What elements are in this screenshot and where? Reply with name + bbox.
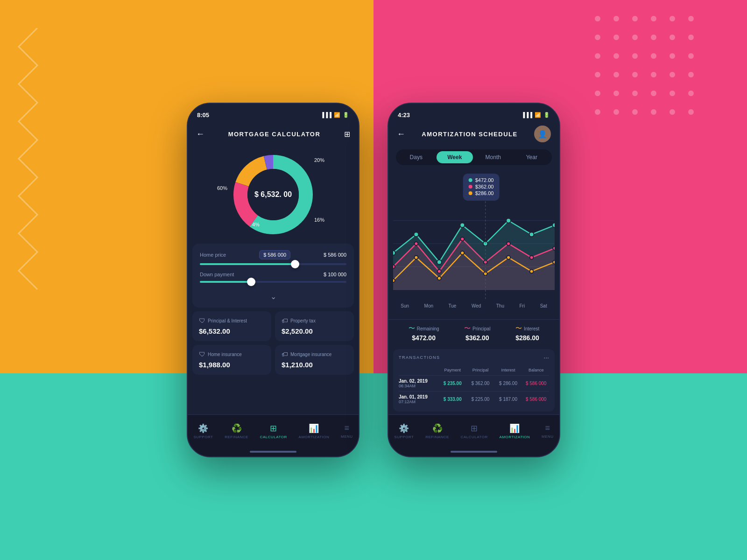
nav-menu-2[interactable]: ≡ MENU — [542, 423, 554, 439]
wifi-icon-1: 📶 — [334, 112, 340, 118]
x-label-sun: Sun — [401, 303, 409, 308]
svg-point-70 — [553, 260, 555, 264]
tx-date-2: Jan. 01, 2019 07:12AM — [399, 394, 437, 404]
nav-refinance-2[interactable]: ♻️ REFINANCE — [425, 423, 449, 439]
transactions-header: TRANSACTIONS ··· — [399, 354, 549, 361]
metric-remaining-label-row: 〜 Remaining — [409, 324, 439, 333]
battery-icon-1: 🔋 — [343, 112, 349, 118]
phone-amortization: 4:23 ▐▐▐ 📶 🔋 ← AMORTIZATION SCHEDULE 👤 D… — [388, 103, 560, 457]
metrics-row: 〜 Remaining $472.00 〜 Principal $362.00 … — [388, 319, 559, 346]
status-time-2: 4:23 — [398, 112, 410, 119]
period-tabs: Days Week Month Year — [396, 149, 552, 165]
tooltip-val-1: $472.00 — [475, 177, 494, 183]
svg-point-58 — [460, 237, 464, 241]
battery-icon-2: 🔋 — [543, 112, 550, 118]
svg-point-57 — [437, 269, 441, 273]
metric-remaining: 〜 Remaining $472.00 — [409, 324, 439, 342]
tab-days[interactable]: Days — [398, 151, 435, 163]
stat-card-title-tax: 🏷 Property tax — [282, 317, 347, 324]
remaining-label: Remaining — [417, 326, 439, 331]
signal-icon-1: ▐▐▐ — [321, 112, 331, 118]
page-title-2: AMORTIZATION SCHEDULE — [422, 131, 517, 138]
tx-row-1: Jan. 02, 2019 06:34AM $ 235.00 $ 362.00 … — [399, 376, 549, 392]
interest-value: $286.00 — [515, 334, 539, 342]
svg-point-56 — [414, 242, 418, 245]
principal-metric-label: Principal — [472, 326, 490, 331]
amortization-label-1: AMORTIZATION — [299, 435, 330, 439]
slider-fill-home — [200, 263, 295, 265]
mort-ins-value: $1,210.00 — [282, 361, 313, 369]
svg-point-52 — [529, 232, 534, 237]
svg-point-64 — [414, 256, 418, 259]
tab-month[interactable]: Month — [475, 151, 512, 163]
back-button-1[interactable]: ← — [196, 129, 204, 139]
slider-thumb-home[interactable] — [291, 260, 299, 268]
home-price-slider[interactable] — [200, 263, 346, 265]
metric-interest-label-row: 〜 Interest — [515, 324, 539, 333]
phone1-content: $ 6,532. 00 20% 60% 16% 4% Home price $ … — [188, 146, 359, 414]
principal-metric-value: $362.00 — [465, 334, 489, 342]
home-bar-2 — [451, 451, 497, 453]
tx-date-1: Jan. 02, 2019 06:34AM — [399, 378, 437, 388]
svg-point-47 — [414, 232, 418, 237]
x-label-thu: Thu — [496, 303, 504, 308]
refinance-icon-2: ♻️ — [432, 423, 443, 434]
down-payment-slider[interactable] — [200, 281, 346, 283]
nav-calculator-1[interactable]: ⊞ CALCULATOR — [260, 423, 287, 439]
nav-support-2[interactable]: ⚙️ SUPPORT — [394, 423, 414, 439]
nav-support-1[interactable]: ⚙️ SUPPORT — [193, 423, 213, 439]
tax-icon: 🏷 — [282, 317, 288, 324]
nav-calculator-2[interactable]: ⊞ CALCULATOR — [461, 423, 488, 439]
svg-point-48 — [437, 260, 442, 265]
tax-value: $2,520.00 — [282, 327, 313, 335]
amortization-icon-1: 📊 — [309, 423, 319, 434]
tx-col-payment: Payment — [439, 368, 465, 372]
back-button-2[interactable]: ← — [397, 129, 405, 139]
transactions-section: TRANSACTIONS ··· Payment Principal Inter… — [393, 349, 555, 412]
bottom-nav-1: ⚙️ SUPPORT ♻️ REFINANCE ⊞ CALCULATOR 📊 A… — [188, 414, 359, 447]
slider-thumb-down[interactable] — [247, 278, 255, 286]
nav-menu-1[interactable]: ≡ MENU — [341, 423, 353, 439]
tx-header-row: Payment Principal Interest Balance — [399, 365, 549, 376]
svg-point-49 — [460, 223, 465, 228]
mort-ins-label: Mortgage insurance — [290, 352, 331, 357]
tx-interest-1: $ 286.00 — [495, 381, 521, 386]
transactions-menu[interactable]: ··· — [543, 354, 549, 361]
metric-interest: 〜 Interest $286.00 — [515, 324, 539, 342]
svg-point-53 — [552, 223, 555, 228]
amortization-label-2: AMORTIZATION — [500, 435, 530, 439]
tx-col-balance: Balance — [523, 368, 549, 372]
amortization-icon-2: 📊 — [509, 423, 520, 434]
tooltip-dot-teal — [469, 178, 472, 182]
nav-refinance-1[interactable]: ♻️ REFINANCE — [225, 423, 248, 439]
label-4pct: 4% — [252, 222, 260, 227]
nav-bar-1: ← MORTGAGE CALCULATOR ⊞ — [188, 122, 359, 146]
avatar[interactable]: 👤 — [534, 126, 551, 142]
svg-point-63 — [393, 279, 395, 282]
nav-amortization-1[interactable]: 📊 AMORTIZATION — [299, 423, 330, 439]
interest-pulse-icon: 〜 — [515, 324, 522, 333]
filter-icon-1[interactable]: ⊞ — [344, 130, 350, 139]
home-price-badge[interactable]: $ 586 000 — [259, 250, 290, 259]
spacer-1 — [188, 378, 359, 414]
refinance-label-2: REFINANCE — [425, 435, 449, 439]
menu-label-2: MENU — [542, 434, 554, 439]
expand-chevron[interactable]: ⌄ — [200, 289, 346, 301]
tab-week[interactable]: Week — [437, 151, 473, 163]
svg-point-51 — [506, 218, 511, 223]
principal-value: $6,532.00 — [199, 327, 230, 335]
wifi-icon-2: 📶 — [535, 112, 541, 118]
tooltip-row-3: $286.00 — [469, 190, 494, 196]
tx-principal-1: $ 362.00 — [467, 381, 493, 386]
stat-card-title-home-ins: 🛡 Home insurance — [199, 350, 265, 358]
x-label-fri: Fri — [520, 303, 525, 308]
tooltip-row-2: $362.00 — [469, 184, 494, 189]
chart-tooltip: $472.00 $362.00 $286.00 — [463, 174, 500, 201]
home-price-label: Home price — [200, 252, 226, 258]
x-label-mon: Mon — [424, 303, 433, 308]
tab-year[interactable]: Year — [514, 151, 550, 163]
calculator-icon-1: ⊞ — [270, 423, 277, 434]
nav-amortization-2[interactable]: 📊 AMORTIZATION — [500, 423, 530, 439]
tooltip-val-3: $286.00 — [475, 190, 494, 196]
refinance-icon-1: ♻️ — [232, 423, 242, 434]
